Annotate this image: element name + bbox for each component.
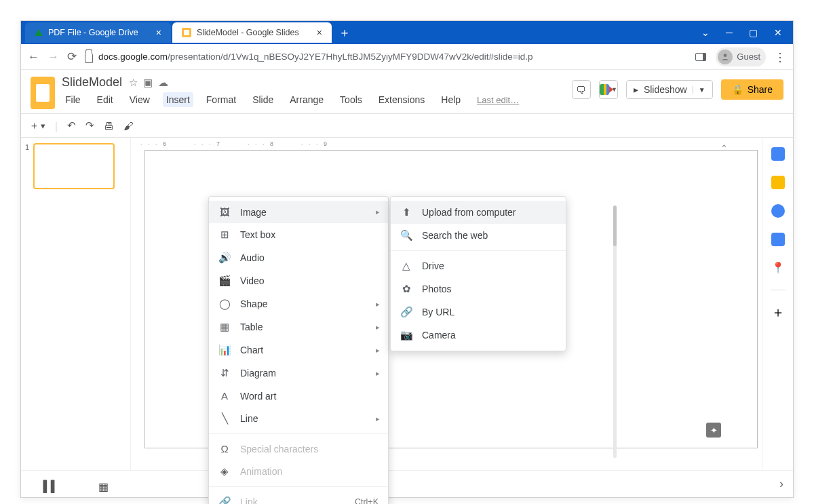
- redo-button[interactable]: ↷: [85, 119, 94, 132]
- menu-help[interactable]: Help: [438, 92, 464, 107]
- shape-icon: ◯: [218, 298, 231, 310]
- menu-item-label: Photos: [422, 284, 452, 294]
- image-item-search-the-web[interactable]: 🔍Search the web: [391, 224, 566, 247]
- chevron-down-icon[interactable]: ⌄: [701, 27, 710, 38]
- kebab-menu-button[interactable]: ⋯: [773, 52, 788, 62]
- image-item-drive[interactable]: △Drive: [391, 254, 566, 277]
- meet-button[interactable]: ▼: [599, 80, 618, 99]
- move-icon[interactable]: ▣: [143, 77, 153, 89]
- upload-from-computer-icon: ⬆: [400, 206, 412, 218]
- browser-tab-pdf[interactable]: PDF File - Google Drive ×: [25, 22, 171, 43]
- menu-bar: FileEditViewInsertFormatSlideArrangeTool…: [62, 92, 565, 107]
- back-button[interactable]: ←: [28, 50, 39, 64]
- insert-item-word-art[interactable]: AWord art: [209, 385, 388, 407]
- add-addon-button[interactable]: ＋: [771, 305, 785, 319]
- menu-extensions[interactable]: Extensions: [375, 92, 428, 107]
- image-item-photos[interactable]: ✿Photos: [391, 277, 566, 301]
- close-icon[interactable]: ×: [156, 27, 161, 38]
- slides-icon: [182, 28, 191, 37]
- url-field[interactable]: docs.google.com/presentation/d/1Vw1q_nBE…: [85, 51, 687, 63]
- insert-menu: 🖼Image⊞Text box🔊Audio🎬Video◯Shape▦Table📊…: [208, 196, 389, 504]
- address-bar: ← → ⟳ docs.google.com/presentation/d/1Vw…: [21, 44, 793, 70]
- minimize-button[interactable]: ─: [726, 27, 733, 38]
- side-panel: 📍 ＋: [762, 138, 793, 470]
- profile-label: Guest: [737, 52, 760, 62]
- menu-tools[interactable]: Tools: [336, 92, 366, 107]
- contacts-icon[interactable]: [771, 233, 785, 246]
- browser-tab-slides[interactable]: SlideModel - Google Slides ×: [172, 22, 332, 43]
- toolbar: ＋ ▾ | ↶ ↷ 🖶 🖌: [21, 113, 793, 138]
- shortcut-label: Ctrl+K: [355, 497, 379, 504]
- comments-button[interactable]: 🗨: [572, 80, 591, 99]
- star-icon[interactable]: ☆: [129, 77, 138, 89]
- menu-format[interactable]: Format: [203, 92, 239, 107]
- tab-title: PDF File - Google Drive: [48, 28, 138, 37]
- menu-insert[interactable]: Insert: [163, 92, 193, 107]
- insert-item-shape[interactable]: ◯Shape: [209, 292, 388, 315]
- image-item-camera[interactable]: 📷Camera: [391, 324, 566, 347]
- browser-tab-strip: PDF File - Google Drive × SlideModel - G…: [21, 21, 793, 44]
- tasks-icon[interactable]: [771, 204, 785, 218]
- play-icon: ▸: [634, 84, 638, 95]
- image-submenu: ⬆Upload from computer🔍Search the web△Dri…: [390, 196, 566, 351]
- maps-icon[interactable]: 📍: [771, 261, 785, 275]
- insert-item-line[interactable]: ╲Line: [209, 407, 388, 430]
- doc-title[interactable]: SlideModel: [62, 75, 122, 90]
- ruler: · · · 6· · · 7· · · 8· · · 9: [131, 138, 762, 150]
- calendar-icon[interactable]: [771, 147, 785, 161]
- insert-item-audio[interactable]: 🔊Audio: [209, 246, 388, 269]
- audio-icon: 🔊: [218, 252, 231, 264]
- image-item-by-url[interactable]: 🔗By URL: [391, 301, 566, 324]
- thumb-number: 1: [25, 143, 29, 189]
- insert-item-text-box[interactable]: ⊞Text box: [209, 223, 388, 246]
- menu-item-label: Diagram: [240, 368, 276, 379]
- menu-view[interactable]: View: [126, 92, 153, 107]
- grid-view-button[interactable]: ▦: [98, 480, 109, 488]
- url-path: /presentation/d/1Vw1q_nBESOyJ2YE7HhyLftB…: [168, 52, 532, 62]
- menu-item-label: Chart: [240, 345, 263, 355]
- keep-icon[interactable]: [771, 176, 785, 189]
- menu-slide[interactable]: Slide: [249, 92, 277, 107]
- insert-item-image[interactable]: 🖼Image: [209, 201, 388, 223]
- explore-button[interactable]: ✦: [706, 423, 721, 438]
- show-side-panel-button[interactable]: ›: [779, 477, 783, 491]
- close-icon[interactable]: ×: [317, 27, 322, 38]
- forward-button[interactable]: →: [47, 50, 59, 64]
- menu-edit[interactable]: Edit: [94, 92, 117, 107]
- slideshow-button[interactable]: ▸ Slideshow ▼: [626, 80, 713, 99]
- undo-button[interactable]: ↶: [67, 119, 76, 132]
- image-item-upload-from-computer[interactable]: ⬆Upload from computer: [391, 201, 566, 224]
- slideshow-dropdown[interactable]: ▼: [693, 86, 705, 94]
- menu-item-label: Image: [240, 207, 267, 218]
- new-tab-button[interactable]: ＋: [338, 24, 351, 41]
- close-window-button[interactable]: ✕: [774, 27, 782, 38]
- insert-item-link: 🔗LinkCtrl+K: [209, 490, 388, 504]
- filmstrip-view-button[interactable]: ▌▌: [43, 480, 54, 488]
- insert-item-table[interactable]: ▦Table: [209, 315, 388, 338]
- new-slide-tool[interactable]: ＋ ▾: [29, 119, 45, 132]
- animation-icon: ◈: [218, 465, 231, 478]
- last-edit-link[interactable]: Last edit…: [473, 93, 522, 107]
- paint-format-button[interactable]: 🖌: [123, 120, 134, 132]
- video-icon: 🎬: [218, 275, 231, 287]
- menu-item-label: Line: [240, 413, 258, 424]
- maximize-button[interactable]: ▢: [749, 27, 758, 38]
- slides-logo[interactable]: [31, 77, 55, 109]
- insert-item-diagram[interactable]: ⇵Diagram: [209, 362, 388, 385]
- slide-thumb-1[interactable]: 1: [25, 143, 126, 189]
- panel-toggle-icon[interactable]: [695, 53, 706, 61]
- insert-item-video[interactable]: 🎬Video: [209, 269, 388, 292]
- profile-chip[interactable]: Guest: [716, 47, 766, 66]
- chart-icon: 📊: [218, 344, 231, 356]
- menu-file[interactable]: File: [62, 92, 84, 107]
- insert-item-chart[interactable]: 📊Chart: [209, 338, 388, 362]
- photos-icon: ✿: [400, 283, 412, 295]
- table-icon: ▦: [218, 321, 231, 333]
- share-button[interactable]: 🔒 Share: [721, 79, 783, 100]
- cloud-icon[interactable]: ☁: [158, 77, 168, 89]
- menu-arrange[interactable]: Arrange: [286, 92, 327, 107]
- scrollbar[interactable]: [613, 206, 617, 458]
- print-button[interactable]: 🖶: [104, 120, 114, 132]
- footer: ▌▌ ▦ ›: [21, 470, 793, 497]
- reload-button[interactable]: ⟳: [67, 50, 77, 64]
